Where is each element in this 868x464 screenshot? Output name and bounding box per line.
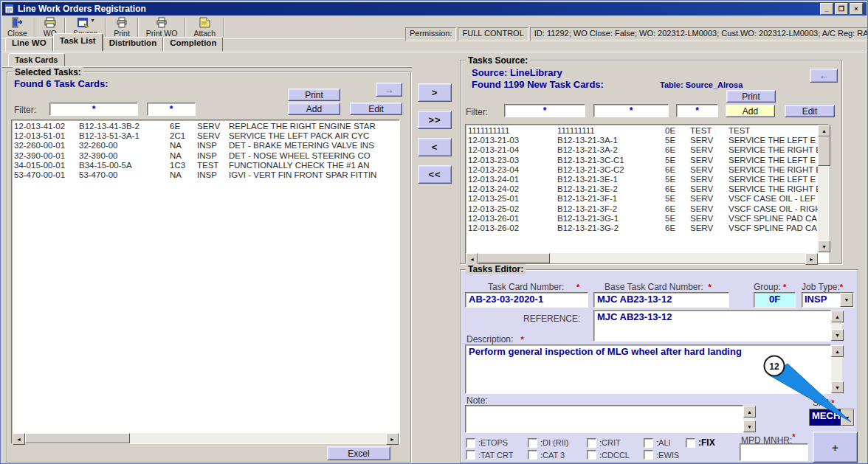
selected-filter-input-1[interactable] xyxy=(49,103,138,116)
close-window-button[interactable]: × xyxy=(850,3,863,15)
source-edit-button[interactable]: Edit xyxy=(785,105,835,117)
scroll-up-icon[interactable]: ▲ xyxy=(743,406,756,418)
selected-edit-button[interactable]: Edit xyxy=(350,103,402,115)
selected-print-button[interactable]: Print xyxy=(288,89,340,101)
checkbox-box[interactable] xyxy=(587,438,596,448)
checkbox-box[interactable] xyxy=(644,450,653,460)
checkbox-box[interactable] xyxy=(528,438,537,448)
selected-move-right-button[interactable]: → xyxy=(376,83,402,97)
checkbox-box[interactable] xyxy=(466,450,475,460)
selected-tasks-list[interactable]: 12-013-41-02B12-13-41-3B-26ESERVREPLACE … xyxy=(11,120,400,444)
scroll-thumb[interactable] xyxy=(818,136,830,166)
list-row[interactable]: 12-013-21-04B12-13-21-3A-26ESERVSERVICE … xyxy=(466,145,828,155)
flag-checkbox[interactable]: :ETOPS xyxy=(466,437,528,448)
list-row[interactable]: 12-013-25-01B12-13-21-3F-15ESERVVSCF CAS… xyxy=(466,194,828,204)
scroll-up-icon[interactable]: ▲ xyxy=(818,125,830,136)
tab-task-cards[interactable]: Task Cards xyxy=(8,53,65,66)
flag-checkbox[interactable]: :DI (RII) xyxy=(528,437,587,448)
flag-checkbox[interactable]: :TAT CRT xyxy=(466,450,528,460)
scroll-down-icon[interactable]: ▼ xyxy=(743,420,756,432)
checkbox-box[interactable] xyxy=(466,438,475,448)
flag-checkbox[interactable]: :FIX xyxy=(686,437,730,448)
scroll-track[interactable] xyxy=(550,253,805,263)
add-plus-button[interactable]: + xyxy=(813,432,858,463)
list-row[interactable]: 12-013-23-03B12-13-21-3C-C15ESERVSERVICE… xyxy=(466,156,828,165)
list-row[interactable]: 12-013-26-02B12-13-21-3G-26ESERVVSCF SPL… xyxy=(466,224,828,233)
scroll-up-icon[interactable]: ▲ xyxy=(831,345,844,357)
skill-combo[interactable]: MECH ▼ xyxy=(809,409,855,426)
move-all-left-button[interactable]: << xyxy=(418,165,452,184)
scroll-thumb[interactable] xyxy=(478,253,550,263)
combo-arrow-icon[interactable]: ▼ xyxy=(841,409,854,426)
reference-field[interactable]: MJC AB23-13-12 xyxy=(593,310,831,342)
scroll-up-icon[interactable]: ▲ xyxy=(831,311,844,322)
restore-button[interactable]: ❐ xyxy=(835,3,848,15)
close-button[interactable]: Close xyxy=(2,16,32,38)
flag-checkbox[interactable]: :CRIT xyxy=(587,437,644,448)
list-row[interactable]: 12-013-51-01B12-13-51-3A-12C1SERVSERVICE… xyxy=(12,131,399,141)
list-row[interactable]: 12-013-24-02B12-13-21-3E-26ESERVSERVICE … xyxy=(466,184,828,194)
selected-filter-input-2[interactable] xyxy=(147,103,196,116)
list-row[interactable]: 12-013-41-02B12-13-41-3B-26ESERVREPLACE … xyxy=(12,122,399,131)
list-row[interactable]: 11111111111111111110ETESTTEST xyxy=(466,126,828,136)
group-field[interactable]: 0F xyxy=(754,292,796,308)
scroll-down-icon[interactable]: ▼ xyxy=(818,240,830,252)
source-tasks-list[interactable]: 11111111111111111110ETESTTEST12-013-21-0… xyxy=(465,124,829,263)
source-print-button[interactable]: Print xyxy=(726,90,776,103)
selected-list-hscrollbar[interactable]: ◄ ► xyxy=(13,433,399,443)
scroll-track[interactable] xyxy=(831,357,842,381)
flag-checkbox[interactable]: :CDCCL xyxy=(587,450,644,460)
mpd-mnhr-field[interactable] xyxy=(740,443,808,461)
task-card-number-field[interactable]: AB-23-03-2020-1 xyxy=(465,292,588,308)
scroll-right-icon[interactable]: ► xyxy=(386,433,399,445)
list-row[interactable]: 34-015-00-01B34-15-00-5A1C3TESTFUNCTIONA… xyxy=(12,161,399,170)
scroll-track[interactable] xyxy=(130,433,386,443)
minimize-button[interactable]: _ xyxy=(820,3,833,15)
base-task-card-number-field[interactable]: MJC AB23-13-12 xyxy=(593,292,729,308)
print-button[interactable]: Print xyxy=(108,16,135,38)
source-list-hscrollbar[interactable]: ◄ ► xyxy=(466,253,818,263)
flag-checkbox[interactable]: :ALI xyxy=(644,437,686,448)
combo-arrow-icon[interactable]: ▼ xyxy=(840,293,853,307)
excel-button[interactable]: Excel xyxy=(327,446,390,460)
flag-checkbox[interactable]: :EWIS xyxy=(644,450,688,460)
scroll-left-icon[interactable]: ◄ xyxy=(466,253,478,265)
title-bar[interactable]: Line Work Orders Registration _ ❐ × xyxy=(2,2,867,15)
checkbox-box[interactable] xyxy=(686,438,695,448)
tab-task-list[interactable]: Task List xyxy=(53,33,103,52)
source-filter-input-3[interactable] xyxy=(676,104,718,117)
list-row[interactable]: 32-390-00-0132-390-00NAINSPDET - NOSE WH… xyxy=(12,151,399,161)
list-row[interactable]: 12-013-26-01B12-13-21-3G-15ESERVVSCF SPL… xyxy=(466,214,828,224)
list-row[interactable]: 12-013-21-03B12-13-21-3A-15ESERVSERVICE … xyxy=(466,136,828,145)
print-wo-button[interactable]: Print WO xyxy=(141,16,183,38)
source-list-vscrollbar[interactable]: ▲ ▼ xyxy=(818,125,829,252)
checkbox-box[interactable] xyxy=(587,450,596,460)
flag-checkbox[interactable]: :CAT 3 xyxy=(528,450,587,460)
selected-add-button[interactable]: Add xyxy=(288,103,340,115)
job-type-combo[interactable]: INSP ▼ xyxy=(802,292,854,308)
source-add-button[interactable]: Add xyxy=(726,105,775,117)
checkbox-box[interactable] xyxy=(644,438,653,448)
source-move-left-button[interactable]: ← xyxy=(810,69,838,83)
list-row[interactable]: 12-013-25-02B12-13-21-3F-26ESERVVSCF CAS… xyxy=(466,204,828,214)
attach-button[interactable]: Attach xyxy=(188,16,221,38)
list-row[interactable]: 32-260-00-0132-260-00NAINSPDET - BRAKE M… xyxy=(12,141,399,150)
scroll-thumb[interactable] xyxy=(25,433,130,443)
description-vscrollbar[interactable]: ▲ ▼ xyxy=(831,345,842,393)
note-field[interactable] xyxy=(465,405,743,433)
move-one-right-button[interactable]: > xyxy=(418,83,452,102)
move-all-right-button[interactable]: >> xyxy=(418,111,452,129)
list-row[interactable]: 53-470-00-0153-470-00NAINSPIGVI - VERT F… xyxy=(12,170,399,180)
description-field[interactable]: Perform general inspection of MLG wheel … xyxy=(465,344,831,394)
source-dropdown-caret-icon[interactable]: ▾ xyxy=(92,17,94,24)
list-row[interactable]: 12-013-23-04B12-13-21-3C-C26ESERVSERVICE… xyxy=(466,165,828,175)
tab-distribution[interactable]: Distribution xyxy=(103,37,164,52)
reference-vscrollbar[interactable]: ▲ ▼ xyxy=(831,311,842,341)
move-one-left-button[interactable]: < xyxy=(418,138,452,156)
scroll-left-icon[interactable]: ◄ xyxy=(13,433,25,445)
scroll-track[interactable] xyxy=(818,166,829,240)
scroll-down-icon[interactable]: ▼ xyxy=(831,381,844,393)
scroll-down-icon[interactable]: ▼ xyxy=(831,329,844,341)
checkbox-box[interactable] xyxy=(528,450,537,460)
list-row[interactable]: 12-013-24-01B12-13-21-3E-15ESERVSERVICE … xyxy=(466,175,828,184)
